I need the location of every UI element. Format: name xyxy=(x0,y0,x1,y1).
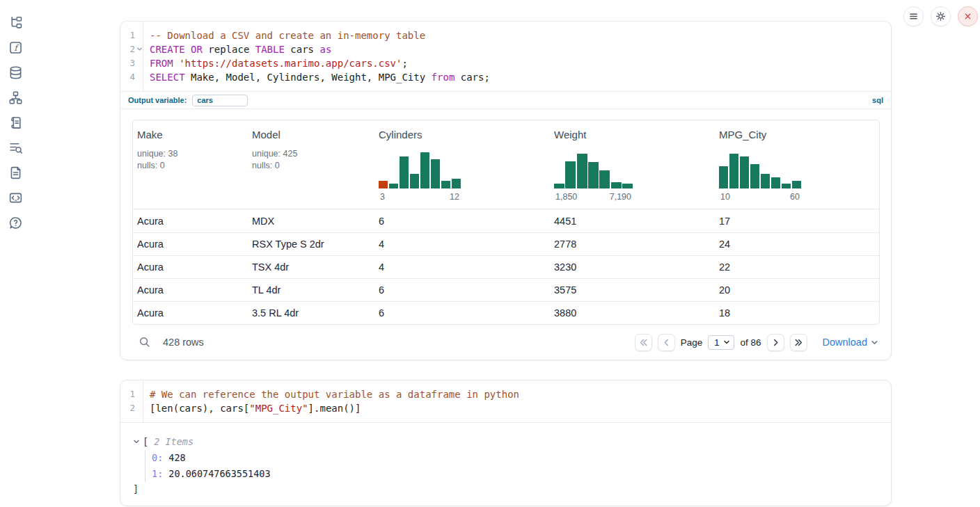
histogram-bar[interactable] xyxy=(431,159,440,188)
column-header-make[interactable]: Makeunique: 38nulls: 0 xyxy=(137,128,252,202)
close-icon xyxy=(962,10,974,22)
line-number-gutter: 1234 xyxy=(120,22,143,91)
settings-button[interactable] xyxy=(931,6,951,26)
column-name: Cylinders xyxy=(379,128,554,142)
histogram-min-label: 1,850 xyxy=(555,192,577,202)
sidebar-item-logs[interactable] xyxy=(8,140,23,155)
chevron-down-icon xyxy=(723,339,730,346)
double-chevron-right-icon xyxy=(793,337,804,348)
sidebar-item-datasources[interactable] xyxy=(8,65,23,80)
cell-cylinders: 6 xyxy=(379,284,554,296)
histogram-bar[interactable] xyxy=(729,154,738,188)
column-name: Weight xyxy=(554,128,719,142)
sidebar-item-documentation[interactable] xyxy=(8,165,23,180)
histogram-bar[interactable] xyxy=(740,156,749,188)
sidebar-item-variables[interactable]: f xyxy=(8,40,23,55)
last-page-button[interactable] xyxy=(790,334,807,351)
histogram-bar[interactable] xyxy=(588,162,599,188)
histogram: 1,8507,190 xyxy=(554,151,719,202)
histogram-bar[interactable] xyxy=(441,181,450,188)
code-token: # We can reference the output variable a… xyxy=(150,389,519,400)
tree-entry-key: 1: xyxy=(152,468,163,479)
histogram-max-label: 7,190 xyxy=(610,192,631,202)
histogram-bar[interactable] xyxy=(750,164,759,188)
snippets-icon xyxy=(8,191,23,205)
histogram-bar[interactable] xyxy=(420,152,429,188)
tree-root-row: [ 2 Items xyxy=(133,434,881,449)
cell-make: Acura xyxy=(137,216,252,227)
column-header-model[interactable]: Modelunique: 425nulls: 0 xyxy=(252,128,379,202)
notebook-menu-button[interactable] xyxy=(903,6,924,26)
cell-make: Acura xyxy=(137,284,252,296)
chevron-down-icon xyxy=(871,339,878,346)
data-table: Makeunique: 38nulls: 0Modelunique: 425nu… xyxy=(132,120,880,325)
table-row[interactable]: AcuraRSX Type S 2dr4277824 xyxy=(133,232,879,255)
sidebar-item-snippets[interactable] xyxy=(8,190,23,205)
histogram-bar[interactable] xyxy=(719,166,728,188)
first-page-button[interactable] xyxy=(635,334,652,351)
histogram-bar[interactable] xyxy=(577,154,587,188)
histogram-bar[interactable] xyxy=(761,174,770,188)
page-select-value: 1 xyxy=(714,337,719,348)
code-token: from xyxy=(432,72,455,83)
page-select[interactable]: 1 xyxy=(708,335,734,350)
histogram-bar[interactable] xyxy=(599,170,610,188)
code-lines: # We can reference the output variable a… xyxy=(143,380,891,422)
fold-chevron-icon[interactable] xyxy=(136,46,143,52)
line-number: 2 xyxy=(120,42,143,56)
prev-page-button[interactable] xyxy=(658,334,675,351)
histogram-bar[interactable] xyxy=(622,184,633,188)
cell-cylinders: 6 xyxy=(379,307,554,319)
marimo-notebook: f 1234 -- Download a CSV and create an i… xyxy=(0,0,980,507)
column-name: Make xyxy=(137,128,252,142)
histogram-bar[interactable] xyxy=(565,161,576,188)
histogram-bar[interactable] xyxy=(410,174,419,188)
code-line: CREATE OR replace TABLE cars as xyxy=(150,42,891,56)
histogram-bar[interactable] xyxy=(379,181,388,188)
column-name: MPG_City xyxy=(719,128,879,142)
table-row[interactable]: AcuraMDX6445117 xyxy=(133,209,879,232)
histogram-bar[interactable] xyxy=(389,184,398,188)
shutdown-button[interactable] xyxy=(958,6,978,26)
table-row[interactable]: AcuraTL 4dr6357520 xyxy=(133,278,879,301)
sidebar-item-help[interactable] xyxy=(8,215,23,230)
histogram-bar[interactable] xyxy=(400,156,409,188)
column-header-cylinders[interactable]: Cylinders312 xyxy=(379,128,554,202)
histogram-bars xyxy=(379,151,461,188)
table-row[interactable]: Acura3.5 RL 4dr6388018 xyxy=(133,301,879,324)
line-number: 1 xyxy=(120,29,143,42)
table-footer: 428 rows Page 1 of 86 xyxy=(132,330,880,354)
datasources-icon xyxy=(8,65,23,80)
output-variable-input[interactable] xyxy=(192,95,248,106)
download-button[interactable]: Download xyxy=(823,337,879,348)
sidebar-item-file-explorer[interactable] xyxy=(8,15,23,30)
histogram-bar[interactable] xyxy=(771,177,780,188)
tree-entry-value: 428 xyxy=(168,452,185,463)
cell-weight: 3230 xyxy=(554,261,719,273)
histogram-bar[interactable] xyxy=(554,184,564,188)
code-line: FROM 'https://datasets.marimo.app/cars.c… xyxy=(150,56,891,70)
language-badge: sql xyxy=(872,96,883,104)
column-stat: unique: 38 xyxy=(137,148,252,160)
table-row[interactable]: AcuraTSX 4dr4323022 xyxy=(133,255,879,278)
column-header-weight[interactable]: Weight1,8507,190 xyxy=(554,128,719,202)
cell-mpg_city: 17 xyxy=(719,216,879,227)
sidebar-item-dependency-graph[interactable] xyxy=(8,90,23,105)
cell-weight: 2778 xyxy=(554,239,719,250)
line-number: 2 xyxy=(120,401,143,415)
sidebar-item-scratchpad[interactable] xyxy=(8,115,23,130)
python-code-editor[interactable]: 12 # We can reference the output variabl… xyxy=(120,380,891,423)
table-output: Makeunique: 38nulls: 0Modelunique: 425nu… xyxy=(120,109,891,360)
histogram-bar[interactable] xyxy=(452,179,461,188)
search-icon[interactable] xyxy=(139,336,151,348)
cell-cylinders: 4 xyxy=(379,239,554,250)
sql-code-editor[interactable]: 1234 -- Download a CSV and create an in-… xyxy=(120,22,891,91)
collapse-chevron-icon[interactable] xyxy=(133,438,143,445)
line-number-gutter: 12 xyxy=(120,380,143,422)
histogram-bar[interactable] xyxy=(611,182,622,188)
histogram-bar[interactable] xyxy=(782,184,791,188)
column-header-mpg_city[interactable]: MPG_City1060 xyxy=(719,128,879,202)
histogram-bar[interactable] xyxy=(792,181,801,188)
tree-entry: 0:428 xyxy=(152,450,881,466)
next-page-button[interactable] xyxy=(767,334,784,351)
